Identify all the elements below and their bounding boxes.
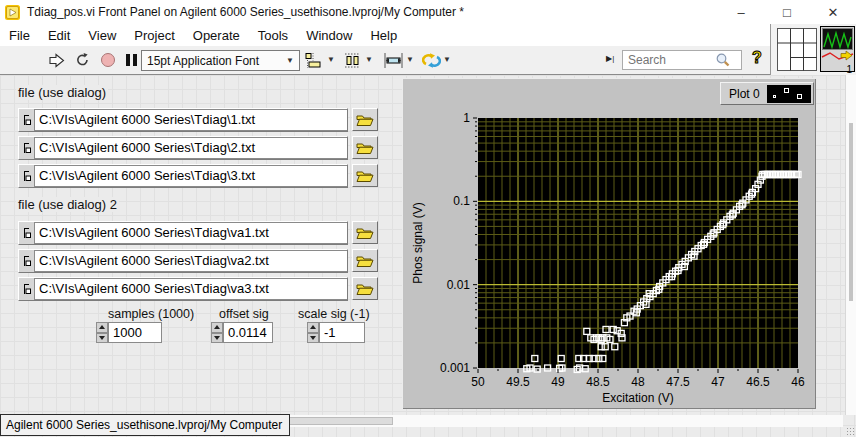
path-control-5[interactable]: C:\VIs\Agilent 6000 Series\Tdiag\va2.txt (18, 249, 348, 273)
toolbar: 15pt Application Font ▼ ▼ ▼ ▼ ▼ ▶| ? (0, 46, 770, 75)
path-type-icon (19, 250, 34, 272)
menu-tools[interactable]: Tools (249, 26, 297, 45)
path-field[interactable]: C:\VIs\Agilent 6000 Series\Tdiag\2.txt (34, 137, 347, 159)
scale-sig-field[interactable] (319, 322, 365, 343)
menu-file[interactable]: File (0, 26, 39, 45)
increment-icon (310, 325, 316, 329)
offset-sig-label: offset sig (219, 307, 269, 321)
file-group-2-label: file (use dialog) 2 (16, 197, 119, 212)
vi-icon-pane[interactable]: 1 (820, 26, 855, 76)
vertical-scrollbar-thumb[interactable] (849, 123, 853, 301)
context-help-button[interactable]: ? (752, 49, 762, 67)
path-field[interactable]: C:\VIs\Agilent 6000 Series\Tdiag\3.txt (34, 165, 347, 187)
plot-legend[interactable]: Plot 0 (720, 82, 814, 105)
browse-button-3[interactable] (352, 164, 378, 187)
title-bar: Tdiag_pos.vi Front Panel on Agilent 6000… (0, 0, 856, 24)
decrement-icon (99, 336, 105, 340)
run-continuously-button[interactable] (70, 49, 94, 71)
path-field[interactable]: C:\VIs\Agilent 6000 Series\Tdiag\va1.txt (34, 222, 347, 244)
increment-icon (99, 325, 105, 329)
abort-button[interactable] (96, 49, 120, 71)
status-bar-text: Agilent 6000 Series_usethisone.lvproj/My… (6, 418, 282, 432)
path-control-1[interactable]: C:\VIs\Agilent 6000 Series\Tdiag\1.txt (18, 108, 348, 132)
graph-svg[interactable]: 5049.54948.54847.54746.54610.10.010.001E… (402, 78, 816, 409)
browse-button-4[interactable] (352, 221, 378, 244)
maximize-button[interactable]: □ (764, 0, 810, 24)
alignment-grid-button[interactable] (777, 28, 817, 75)
xy-graph[interactable]: 5049.54948.54847.54746.54610.10.010.001E… (402, 78, 816, 409)
search-icon (715, 52, 731, 68)
menu-window[interactable]: Window (297, 26, 361, 45)
path-field[interactable]: C:\VIs\Agilent 6000 Series\Tdiag\1.txt (34, 109, 347, 131)
minimize-button[interactable]: – (718, 0, 764, 24)
increment-decrement[interactable] (96, 322, 108, 343)
svg-text:1: 1 (463, 111, 470, 125)
menu-view[interactable]: View (79, 26, 125, 45)
svg-text:48.5: 48.5 (586, 375, 610, 389)
align-objects-button[interactable]: ▼ (304, 49, 335, 71)
path-control-6[interactable]: C:\VIs\Agilent 6000 Series\Tdiag\va3.txt (18, 277, 348, 301)
pause-button[interactable] (119, 49, 143, 71)
search-box[interactable] (622, 50, 742, 70)
menu-operate[interactable]: Operate (184, 26, 249, 45)
browse-button-1[interactable] (352, 108, 378, 131)
svg-text:46: 46 (791, 375, 805, 389)
svg-text:49.5: 49.5 (506, 375, 530, 389)
decrement-icon (310, 336, 316, 340)
horizontal-scrollbar-thumb[interactable] (281, 417, 393, 425)
samples-field[interactable] (108, 322, 162, 343)
svg-text:0.001: 0.001 (440, 361, 470, 375)
path-type-icon (19, 109, 34, 131)
browse-button-6[interactable] (352, 277, 378, 300)
resize-grip-icon[interactable] (846, 427, 855, 436)
samples-control[interactable] (96, 322, 162, 343)
svg-text:50: 50 (471, 375, 485, 389)
path-control-4[interactable]: C:\VIs\Agilent 6000 Series\Tdiag\va1.txt (18, 221, 348, 245)
svg-text:47: 47 (711, 375, 725, 389)
window-title: Tdiag_pos.vi Front Panel on Agilent 6000… (27, 5, 464, 19)
reorder-objects-icon (422, 52, 441, 69)
increment-decrement[interactable] (307, 322, 319, 343)
toolbar-overflow-chevron[interactable]: ▶| (606, 54, 614, 63)
run-button[interactable] (44, 49, 68, 71)
vertical-scrollbar[interactable] (845, 75, 856, 415)
chevron-down-icon: ▼ (327, 56, 335, 64)
svg-text:Phos signal (V): Phos signal (V) (411, 202, 425, 283)
menu-bar: File Edit View Project Operate Tools Win… (0, 24, 770, 46)
offset-sig-field[interactable] (223, 322, 273, 343)
search-input[interactable] (623, 53, 715, 67)
offset-sig-control[interactable] (211, 322, 273, 343)
scale-sig-control[interactable] (307, 322, 365, 343)
horizontal-scrollbar[interactable] (277, 415, 843, 427)
browse-button-5[interactable] (352, 249, 378, 272)
menu-help[interactable]: Help (361, 26, 406, 45)
path-type-icon (19, 137, 34, 159)
samples-label: samples (1000) (108, 307, 194, 321)
menu-project[interactable]: Project (125, 26, 183, 45)
svg-text:0.1: 0.1 (453, 194, 470, 208)
resize-objects-icon (383, 52, 404, 69)
reorder-objects-button[interactable]: ▼ (422, 49, 451, 71)
close-button[interactable]: ✕ (810, 0, 856, 24)
path-type-icon (19, 165, 34, 187)
browse-button-2[interactable] (352, 136, 378, 159)
path-field[interactable]: C:\VIs\Agilent 6000 Series\Tdiag\va3.txt (34, 278, 347, 300)
path-control-3[interactable]: C:\VIs\Agilent 6000 Series\Tdiag\3.txt (18, 164, 348, 188)
menu-edit[interactable]: Edit (39, 26, 79, 45)
scale-sig-label: scale sig (-1) (298, 307, 370, 321)
corner-pane: 1 (770, 24, 856, 75)
chevron-down-icon: ▼ (365, 56, 373, 64)
distribute-objects-button[interactable]: ▼ (343, 49, 373, 71)
path-type-icon (19, 222, 34, 244)
vi-icon-number: 1 (846, 64, 852, 75)
plot-legend-label: Plot 0 (729, 87, 760, 101)
resize-objects-button[interactable]: ▼ (383, 49, 414, 71)
svg-text:47.5: 47.5 (666, 375, 690, 389)
path-control-2[interactable]: C:\VIs\Agilent 6000 Series\Tdiag\2.txt (18, 136, 348, 160)
font-selector-label: 15pt Application Font (147, 54, 259, 68)
path-field[interactable]: C:\VIs\Agilent 6000 Series\Tdiag\va2.txt (34, 250, 347, 272)
font-selector[interactable]: 15pt Application Font ▼ (141, 50, 300, 71)
svg-text:Excitation (V): Excitation (V) (602, 391, 673, 405)
increment-decrement[interactable] (211, 322, 223, 343)
status-bar[interactable]: Agilent 6000 Series_usethisone.lvproj/My… (0, 414, 290, 436)
